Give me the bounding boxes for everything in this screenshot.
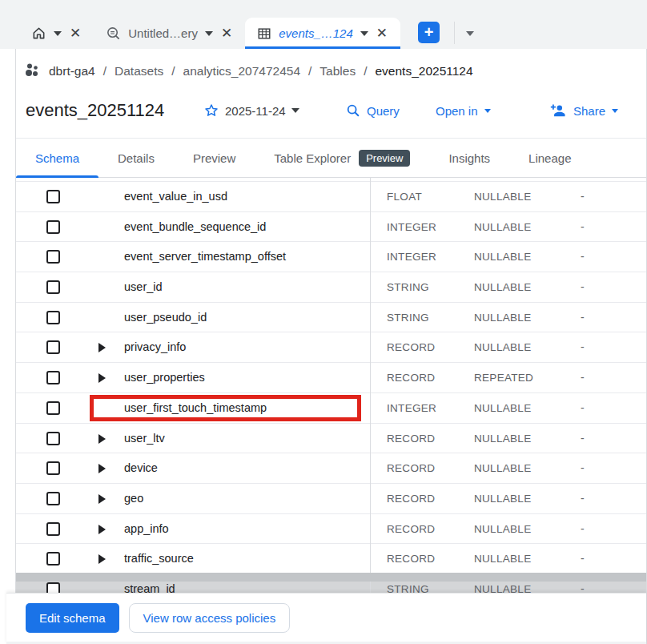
- field-collation: -: [581, 363, 585, 393]
- query-button[interactable]: Query: [346, 94, 400, 127]
- row-checkbox[interactable]: [46, 522, 60, 536]
- expand-arrow-icon[interactable]: [98, 343, 106, 352]
- field-collation: -: [581, 212, 585, 243]
- field-name: app_info: [124, 514, 169, 545]
- field-type: RECORD: [387, 424, 435, 454]
- row-checkbox[interactable]: [46, 582, 60, 593]
- table-row: event_value_in_usd FLOAT NULLABLE -: [16, 182, 646, 212]
- chevron-down-icon[interactable]: [54, 31, 62, 36]
- date-value: 2025-11-24: [225, 104, 286, 118]
- row-checkbox[interactable]: [46, 401, 60, 415]
- footer-actions: Edit schema View row access policies: [6, 593, 646, 644]
- field-name: event_server_timestamp_offset: [124, 242, 286, 272]
- breadcrumb-separator: /: [364, 64, 367, 78]
- tab-label: Table Explorer: [274, 151, 351, 165]
- breadcrumb-project[interactable]: dbrt-ga4: [49, 64, 95, 78]
- table-row: device RECORD NULLABLE -: [16, 453, 646, 484]
- breadcrumb-separator: /: [308, 64, 311, 78]
- schema-table: event_value_in_usd FLOAT NULLABLE - even…: [16, 178, 646, 593]
- chevron-down-icon[interactable]: [205, 31, 213, 36]
- field-collation: -: [581, 332, 585, 363]
- table-date-selector[interactable]: 2025-11-24: [203, 94, 299, 127]
- breadcrumb-dataset[interactable]: analytics_207472454: [183, 64, 301, 78]
- expand-arrow-icon[interactable]: [98, 434, 106, 444]
- open-in-button[interactable]: Open in: [436, 94, 491, 127]
- chevron-down-icon[interactable]: [360, 31, 368, 36]
- table-row: user_id STRING NULLABLE -: [16, 272, 646, 303]
- field-type: RECORD: [387, 514, 435, 545]
- table-row: event_server_timestamp_offset INTEGER NU…: [16, 242, 646, 272]
- row-checkbox[interactable]: [46, 492, 60, 505]
- tab-label: Schema: [35, 151, 79, 165]
- row-checkbox[interactable]: [46, 552, 60, 566]
- close-icon[interactable]: ✕: [376, 26, 388, 40]
- table-icon: [257, 26, 271, 41]
- bigquery-console: ✕ Untitled…ery ✕ events_…124 ✕ +: [0, 0, 647, 644]
- editor-tab-query[interactable]: Untitled…ery ✕: [94, 18, 245, 49]
- field-type: INTEGER: [387, 393, 436, 424]
- row-checkbox[interactable]: [46, 250, 60, 264]
- close-icon[interactable]: ✕: [69, 26, 82, 40]
- field-mode: NULLABLE: [474, 484, 531, 514]
- row-checkbox[interactable]: [46, 340, 60, 354]
- table-row: privacy_info RECORD NULLABLE -: [16, 332, 646, 363]
- field-collation: -: [581, 453, 585, 484]
- row-checkbox[interactable]: [46, 220, 60, 234]
- breadcrumb-table: events_20251124: [375, 64, 472, 78]
- field-collation: -: [581, 484, 585, 514]
- divider: [454, 22, 455, 44]
- table-row: user_pseudo_id STRING NULLABLE -: [16, 303, 646, 333]
- table-row: geo RECORD NULLABLE -: [16, 484, 646, 514]
- share-label: Share: [573, 104, 605, 118]
- field-mode: NULLABLE: [474, 453, 531, 484]
- field-collation: -: [581, 393, 585, 424]
- expand-arrow-icon[interactable]: [98, 525, 106, 534]
- field-name: device: [124, 453, 158, 484]
- field-type: STRING: [387, 272, 429, 303]
- row-checkbox[interactable]: [46, 371, 60, 384]
- share-button[interactable]: Share: [549, 94, 618, 127]
- chevron-down-icon: [291, 108, 299, 113]
- field-name: event_value_in_usd: [124, 182, 227, 212]
- expand-arrow-icon[interactable]: [98, 494, 106, 504]
- table-row: event_bundle_sequence_id INTEGER NULLABL…: [16, 212, 646, 243]
- chevron-down-icon: [484, 109, 491, 113]
- field-mode: NULLABLE: [474, 242, 531, 272]
- field-type: RECORD: [387, 453, 435, 484]
- tab-overflow-caret-icon[interactable]: [466, 31, 474, 36]
- tab-preview[interactable]: Preview: [174, 139, 255, 177]
- row-checkbox[interactable]: [46, 280, 60, 294]
- editor-tab-table[interactable]: events_…124 ✕: [245, 18, 400, 49]
- field-mode: NULLABLE: [474, 393, 531, 424]
- expand-arrow-icon[interactable]: [98, 464, 106, 473]
- tab-table-explorer[interactable]: Table Explorer Preview: [255, 139, 429, 177]
- expand-arrow-icon[interactable]: [98, 554, 106, 564]
- field-mode: NULLABLE: [474, 424, 531, 454]
- add-tab-button[interactable]: +: [418, 22, 440, 43]
- edit-schema-button[interactable]: Edit schema: [26, 603, 119, 633]
- tab-lineage[interactable]: Lineage: [509, 139, 590, 177]
- star-icon[interactable]: [203, 103, 219, 119]
- tab-schema[interactable]: Schema: [16, 139, 98, 177]
- field-mode: NULLABLE: [474, 332, 531, 363]
- expand-arrow-icon[interactable]: [98, 373, 106, 383]
- row-checkbox[interactable]: [46, 432, 60, 445]
- field-type: RECORD: [387, 544, 435, 574]
- home-icon: [31, 26, 46, 41]
- breadcrumb-datasets[interactable]: Datasets: [115, 64, 163, 78]
- tab-insights[interactable]: Insights: [429, 139, 509, 177]
- horizontal-scrollbar[interactable]: [16, 573, 646, 582]
- tab-details[interactable]: Details: [98, 139, 174, 177]
- editor-tab-home[interactable]: ✕: [19, 18, 94, 49]
- search-icon: [346, 103, 360, 118]
- row-checkbox[interactable]: [46, 190, 60, 203]
- breadcrumb-tables[interactable]: Tables: [319, 64, 356, 78]
- breadcrumb-separator: /: [103, 64, 106, 78]
- field-type: RECORD: [387, 484, 435, 514]
- close-icon[interactable]: ✕: [220, 26, 233, 40]
- row-checkbox[interactable]: [46, 311, 60, 324]
- view-row-access-policies-button[interactable]: View row access policies: [129, 603, 291, 633]
- field-name: privacy_info: [124, 332, 186, 363]
- tab-label: Preview: [193, 151, 235, 165]
- row-checkbox[interactable]: [46, 461, 60, 475]
